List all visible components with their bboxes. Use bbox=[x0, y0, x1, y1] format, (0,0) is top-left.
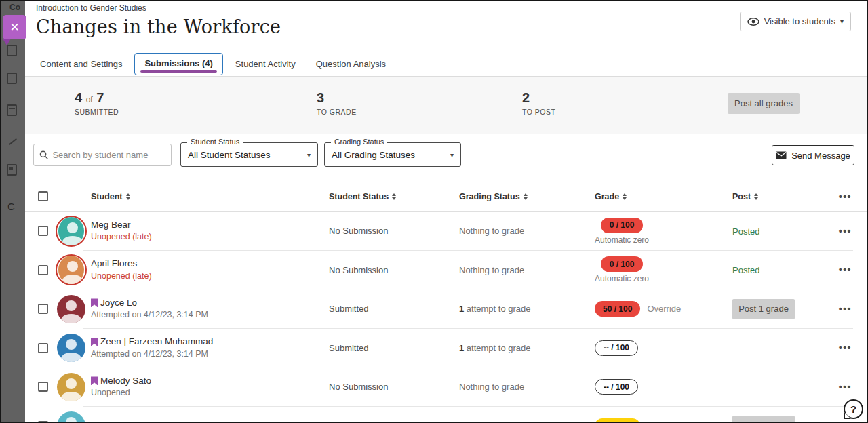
eye-icon bbox=[747, 18, 760, 26]
student-substatus: Unopened (late) bbox=[91, 271, 329, 282]
grading-status-cell: Nothing to grade bbox=[459, 265, 595, 275]
bookmark-icon bbox=[91, 298, 98, 307]
send-message-button[interactable]: Send Message bbox=[772, 145, 854, 165]
grade-cell: 0 / 100 Automatic zero bbox=[595, 218, 732, 245]
student-search[interactable] bbox=[33, 144, 172, 166]
row-options-icon[interactable]: ••• bbox=[839, 304, 867, 315]
post-grade-button[interactable]: Post 1 grade bbox=[732, 416, 795, 423]
post-grade-button[interactable]: Post 1 grade bbox=[732, 299, 795, 319]
column-student[interactable]: Student bbox=[91, 192, 329, 201]
column-grading-status[interactable]: Grading Status bbox=[459, 192, 595, 201]
row-options-icon[interactable]: ••• bbox=[839, 342, 867, 353]
student-substatus: Attempted on 4/12/23, 3:14 PM bbox=[91, 349, 329, 360]
bookmark-icon bbox=[91, 376, 98, 385]
table-row: Zeen | Farzeen Muhammad Attempted on 4/1… bbox=[25, 329, 867, 368]
submitted-total: 7 bbox=[96, 90, 104, 105]
override-label: Override bbox=[647, 304, 681, 314]
post-all-grades-button[interactable]: Post all grades bbox=[728, 93, 800, 114]
nav-partial-text-bottom: C bbox=[7, 201, 15, 212]
grade-pill[interactable]: 0 / 100 bbox=[601, 256, 643, 272]
grade-cell: 70 / 100 bbox=[595, 418, 732, 423]
sort-icon bbox=[392, 193, 396, 200]
student-status-dropdown-value: All Student Statuses bbox=[188, 150, 271, 160]
submitted-count: 4 bbox=[75, 90, 82, 105]
grade-pill[interactable]: 0 / 100 bbox=[601, 218, 643, 233]
document-icon bbox=[7, 45, 17, 56]
student-name[interactable]: April Flores bbox=[91, 258, 137, 270]
post-cell: Post 1 grade bbox=[732, 416, 834, 423]
grade-pill[interactable]: 50 / 100 bbox=[595, 301, 640, 317]
close-panel-button[interactable]: ✕ bbox=[3, 15, 26, 39]
grade-note: Automatic zero bbox=[595, 235, 649, 245]
student-status-dropdown[interactable]: Student Status All Student Statuses ▾ bbox=[180, 142, 318, 167]
student-status-cell: Submitted bbox=[329, 343, 459, 353]
student-name[interactable]: Joyce Lo bbox=[100, 298, 137, 309]
grade-cell: -- / 100 bbox=[595, 340, 732, 356]
student-name[interactable]: Zeen | Farzeen Muhammad bbox=[100, 336, 213, 348]
search-icon bbox=[39, 150, 48, 160]
tab-student-activity[interactable]: Student Activity bbox=[227, 54, 304, 75]
search-input[interactable] bbox=[52, 150, 165, 160]
column-grade[interactable]: Grade bbox=[595, 192, 732, 201]
close-icon: ✕ bbox=[9, 20, 19, 35]
tab-bar: Content and Settings Submissions (4) Stu… bbox=[25, 52, 867, 77]
student-name[interactable]: Arden Tuomala bbox=[91, 420, 153, 423]
grade-note: Automatic zero bbox=[595, 274, 649, 283]
pencil-icon bbox=[7, 136, 18, 147]
tab-content-and-settings[interactable]: Content and Settings bbox=[32, 54, 130, 75]
student-substatus: Attempted on 4/12/23, 3:14 PM bbox=[91, 310, 329, 321]
chevron-down-icon: ▾ bbox=[450, 151, 454, 159]
page-header: Introduction to Gender Studies Changes i… bbox=[25, 1, 867, 52]
row-options-icon[interactable]: ••• bbox=[839, 420, 867, 423]
post-cell: Posted bbox=[732, 264, 834, 276]
grade-pill[interactable]: 70 / 100 bbox=[595, 418, 640, 423]
student-name[interactable]: Meg Bear bbox=[91, 220, 131, 231]
submitted-label: SUBMITTED bbox=[75, 108, 119, 116]
grade-pill[interactable]: -- / 100 bbox=[595, 379, 638, 395]
posted-label: Posted bbox=[732, 226, 760, 237]
person-silhouette-icon bbox=[58, 217, 84, 245]
avatar bbox=[56, 254, 87, 285]
nav-partial-text-top: Co bbox=[9, 3, 20, 12]
column-post[interactable]: Post bbox=[732, 192, 834, 201]
tag-icon bbox=[7, 164, 17, 176]
to-grade-count: 3 bbox=[317, 90, 357, 106]
to-grade-label: TO GRADE bbox=[317, 108, 357, 116]
tab-submissions[interactable]: Submissions (4) bbox=[134, 53, 222, 75]
stat-submitted: 4 of 7 SUBMITTED bbox=[75, 90, 119, 116]
sort-icon bbox=[524, 193, 528, 200]
post-cell: Posted bbox=[732, 225, 834, 237]
row-checkbox[interactable] bbox=[38, 265, 48, 275]
row-checkbox[interactable] bbox=[38, 382, 48, 392]
row-options-icon[interactable]: ••• bbox=[839, 226, 867, 237]
grade-pill[interactable]: -- / 100 bbox=[595, 340, 638, 356]
submitted-of: of bbox=[86, 95, 93, 104]
table-row: Arden Tuomala Submitted Nothing to grade… bbox=[25, 407, 867, 423]
stats-strip: 4 of 7 SUBMITTED 3 TO GRADE 2 TO POST Po… bbox=[25, 77, 867, 134]
stat-to-post: 2 TO POST bbox=[522, 90, 555, 116]
person-silhouette-icon bbox=[57, 334, 85, 362]
visibility-dropdown[interactable]: Visible to students ▾ bbox=[740, 12, 851, 31]
row-options-icon[interactable]: ••• bbox=[839, 264, 867, 275]
row-checkbox[interactable] bbox=[38, 304, 48, 314]
select-all-checkbox[interactable] bbox=[38, 191, 48, 201]
gradebook-icon bbox=[7, 104, 17, 116]
student-name[interactable]: Melody Sato bbox=[100, 376, 151, 387]
tab-question-analysis[interactable]: Question Analysis bbox=[308, 54, 394, 75]
column-student-status[interactable]: Student Status bbox=[329, 192, 459, 201]
table-options-icon[interactable]: ••• bbox=[839, 191, 867, 202]
avatar bbox=[56, 216, 87, 247]
grading-status-dropdown[interactable]: Grading Status All Grading Statuses ▾ bbox=[324, 142, 461, 167]
row-options-icon[interactable]: ••• bbox=[839, 382, 867, 392]
row-checkbox[interactable] bbox=[38, 226, 48, 236]
to-post-count: 2 bbox=[522, 90, 555, 106]
student-substatus: Unopened bbox=[91, 388, 329, 399]
to-post-label: TO POST bbox=[522, 108, 555, 116]
grade-cell: 0 / 100 Automatic zero bbox=[595, 256, 732, 283]
row-checkbox[interactable] bbox=[38, 343, 48, 353]
grading-status-cell: Nothing to grade bbox=[459, 226, 595, 236]
help-button[interactable]: ? bbox=[844, 399, 863, 419]
bookmark-icon bbox=[91, 338, 98, 346]
grade-cell: 50 / 100 Override bbox=[595, 301, 732, 317]
grading-status-cell: 1 attempt to grade bbox=[459, 343, 595, 353]
